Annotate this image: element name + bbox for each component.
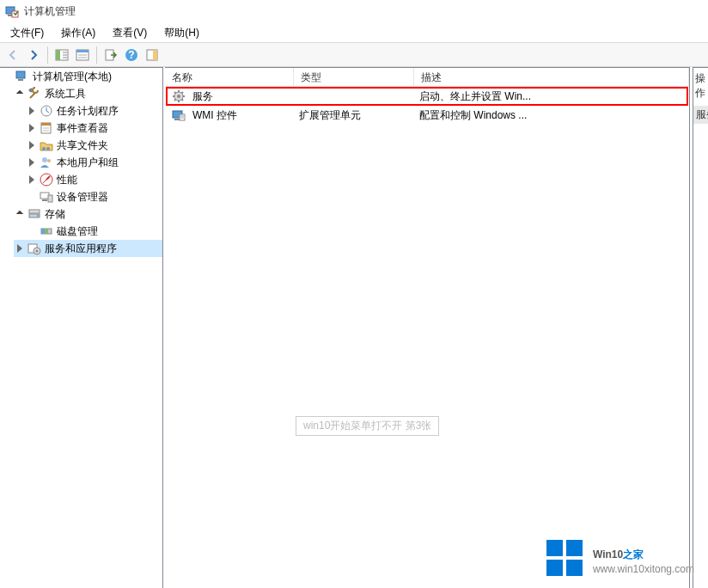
menu-file[interactable]: 文件(F)	[2, 24, 52, 42]
tree-storage[interactable]: 存储	[14, 205, 162, 223]
collapse-icon[interactable]	[14, 88, 26, 100]
cell-name: 服务	[192, 89, 213, 104]
show-hide-tree-button[interactable]	[52, 46, 71, 64]
svg-point-19	[42, 157, 47, 162]
services-apps-icon	[27, 242, 41, 255]
svg-rect-29	[41, 229, 45, 234]
tree-event-viewer[interactable]: 事件查看器	[26, 119, 162, 137]
actions-pane: 操作 服务	[693, 67, 708, 588]
tree-label: 设备管理器	[57, 190, 108, 205]
tool-bar: ?	[0, 43, 708, 67]
action-pane-button[interactable]	[143, 46, 162, 64]
event-icon	[40, 121, 53, 135]
expand-icon[interactable]	[26, 139, 38, 151]
actions-header: 操作	[693, 68, 708, 104]
content-area: 计算机管理(本地) 系统工具	[0, 67, 708, 588]
svg-point-18	[46, 147, 50, 150]
menu-view[interactable]: 查看(V)	[104, 24, 156, 42]
svg-rect-11	[153, 50, 157, 60]
column-type[interactable]: 类型	[294, 68, 414, 86]
svg-text:?: ?	[128, 49, 134, 61]
svg-point-33	[36, 250, 39, 253]
nav-back-button[interactable]	[3, 46, 22, 64]
list-header: 名称 类型 描述	[165, 68, 689, 87]
brand-title: Win10之家	[593, 541, 694, 563]
cell-desc: 启动、终止并设置 Win...	[419, 89, 531, 104]
tree-label: 磁盘管理	[57, 224, 98, 239]
title-bar: 计算机管理	[0, 0, 708, 24]
svg-rect-4	[56, 50, 60, 60]
cell-name: WMI 控件	[192, 108, 237, 123]
list-body[interactable]: 服务 启动、终止并设置 Win... WMI 控件 扩展管理单元 配置和控制 W…	[165, 87, 689, 588]
cell-type: 扩展管理单元	[299, 108, 361, 123]
tree-performance[interactable]: 性能	[26, 171, 162, 188]
list-row-wmi[interactable]: WMI 控件 扩展管理单元 配置和控制 Windows ...	[165, 106, 689, 125]
svg-point-35	[177, 95, 180, 98]
tree-task-scheduler[interactable]: 任务计划程序	[26, 102, 162, 119]
performance-icon	[40, 173, 53, 187]
list-row-services[interactable]: 服务 启动、终止并设置 Win...	[165, 87, 689, 106]
users-icon	[40, 156, 53, 169]
tree-label: 共享文件夹	[57, 138, 108, 153]
actions-item[interactable]: 服务	[693, 106, 708, 124]
device-icon	[40, 190, 53, 204]
svg-rect-6	[76, 50, 88, 52]
list-pane: 名称 类型 描述 服务 启动、终止并设置 Win... WMI 控件 扩展管理单…	[165, 67, 690, 588]
expand-icon[interactable]	[26, 156, 38, 168]
svg-point-20	[47, 159, 51, 162]
expand-icon[interactable]	[14, 242, 26, 254]
tree-root[interactable]: 计算机管理(本地)	[2, 68, 162, 85]
svg-rect-24	[42, 199, 47, 201]
help-button[interactable]: ?	[122, 46, 141, 64]
toolbar-separator	[96, 46, 97, 64]
tree-label: 事件查看器	[57, 121, 108, 136]
expand-icon[interactable]	[26, 122, 38, 134]
menu-help[interactable]: 帮助(H)	[156, 24, 208, 42]
watermark-label: win10开始菜单打不开 第3张	[296, 416, 439, 436]
tools-icon	[27, 87, 41, 101]
tree-label: 系统工具	[45, 87, 86, 101]
nav-forward-button[interactable]	[24, 46, 43, 64]
expand-icon[interactable]	[26, 174, 38, 186]
svg-rect-30	[45, 229, 48, 234]
tree-label: 性能	[57, 173, 77, 187]
column-desc[interactable]: 描述	[414, 68, 689, 86]
properties-button[interactable]	[73, 46, 92, 64]
export-list-button[interactable]	[101, 46, 120, 64]
svg-point-17	[42, 147, 46, 150]
cell-desc: 配置和控制 Windows ...	[419, 108, 527, 123]
tree-label: 本地用户和组	[57, 156, 119, 170]
tree-shared-folders[interactable]: 共享文件夹	[26, 137, 162, 154]
svg-rect-12	[16, 71, 25, 78]
svg-rect-25	[29, 210, 40, 213]
storage-icon	[27, 207, 41, 221]
app-icon	[5, 5, 19, 19]
svg-rect-13	[18, 79, 23, 81]
column-name[interactable]: 名称	[165, 68, 294, 86]
expand-icon[interactable]	[26, 105, 38, 117]
disk-icon	[40, 224, 53, 238]
tree-pane[interactable]: 计算机管理(本地) 系统工具	[0, 67, 163, 588]
svg-rect-23	[48, 195, 52, 202]
tree-local-users[interactable]: 本地用户和组	[26, 154, 162, 171]
tree-disk-management[interactable]: 磁盘管理	[26, 223, 162, 240]
menu-action[interactable]: 操作(A)	[52, 24, 104, 42]
svg-point-27	[37, 215, 39, 217]
tree-system-tools[interactable]: 系统工具	[14, 85, 162, 102]
brand-url: www.win10xitong.com	[593, 563, 694, 575]
brand-block: Win10之家 www.win10xitong.com	[546, 540, 694, 576]
computer-icon	[15, 70, 29, 83]
shared-folder-icon	[40, 138, 53, 152]
svg-rect-16	[41, 123, 51, 126]
window-title: 计算机管理	[24, 4, 76, 19]
collapse-icon[interactable]	[14, 208, 26, 220]
win10-logo-icon	[546, 540, 583, 576]
tree-services-apps[interactable]: 服务和应用程序	[14, 240, 162, 257]
menu-bar: 文件(F) 操作(A) 查看(V) 帮助(H)	[0, 24, 708, 43]
tree-device-manager[interactable]: 设备管理器	[26, 188, 162, 205]
tree-label: 存储	[45, 207, 65, 222]
toolbar-separator	[47, 46, 48, 64]
clock-icon	[40, 104, 53, 118]
gear-icon	[172, 89, 186, 103]
tree-label: 服务和应用程序	[45, 242, 117, 256]
